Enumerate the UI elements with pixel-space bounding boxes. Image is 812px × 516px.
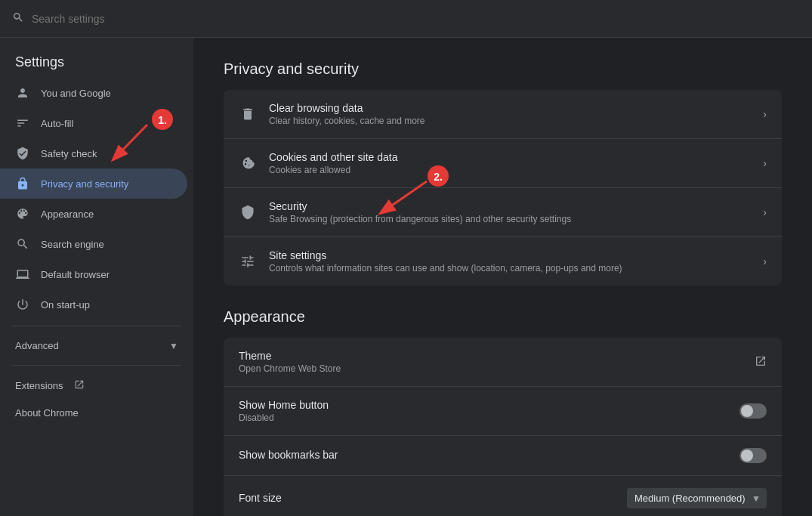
sidebar-item-you-and-google[interactable]: You and Google <box>0 78 187 108</box>
theme-content: Theme Open Chrome Web Store <box>239 350 743 374</box>
monitor-icon <box>15 267 30 282</box>
theme-subtitle: Open Chrome Web Store <box>239 363 743 374</box>
security-content: Security Safe Browsing (protection from … <box>269 200 751 224</box>
show-bookmarks-bar-title: Show bookmarks bar <box>239 449 727 461</box>
privacy-card-list: Clear browsing data Clear history, cooki… <box>224 90 782 286</box>
palette-icon <box>15 206 30 221</box>
main-content: Privacy and security Clear browsing data… <box>193 38 812 516</box>
sidebar-item-search-engine[interactable]: Search engine <box>0 229 187 259</box>
chevron-right-icon-3: › <box>763 206 767 218</box>
sidebar-item-auto-fill[interactable]: Auto-fill <box>0 108 187 138</box>
main-layout: Settings You and Google Auto-fill <box>0 38 812 516</box>
site-settings-title: Site settings <box>269 249 751 261</box>
chevron-right-icon-2: › <box>763 157 767 169</box>
sidebar-item-appearance[interactable]: Appearance <box>0 199 187 229</box>
person-icon <box>15 85 30 100</box>
cookies-title: Cookies and other site data <box>269 151 751 163</box>
sidebar-item-safety-check-label: Safety check <box>41 148 172 159</box>
header <box>0 0 812 38</box>
show-home-button-toggle[interactable] <box>739 403 767 419</box>
font-size-dropdown-wrap: Medium (Recommended) Small Large Very la… <box>627 488 767 508</box>
safety-check-icon <box>15 146 30 161</box>
site-settings-content: Site settings Controls what information … <box>269 249 751 273</box>
external-link-icon <box>74 379 85 392</box>
sidebar-divider <box>12 326 181 326</box>
sidebar-extensions[interactable]: Extensions <box>0 372 193 400</box>
security-item[interactable]: Security Safe Browsing (protection from … <box>224 188 782 237</box>
show-bookmarks-bar-item[interactable]: Show bookmarks bar <box>224 436 782 476</box>
sidebar-item-on-start-up[interactable]: On start-up <box>0 289 187 320</box>
search-input[interactable] <box>32 13 258 25</box>
security-title: Security <box>269 200 751 212</box>
trash-icon <box>239 105 257 123</box>
cookies-subtitle: Cookies are allowed <box>269 165 751 175</box>
security-shield-icon <box>239 203 257 221</box>
clear-browsing-data-subtitle: Clear history, cookies, cache and more <box>269 116 751 126</box>
cookie-icon <box>239 154 257 172</box>
sidebar-item-about-chrome[interactable]: About Chrome <box>0 400 187 426</box>
clear-browsing-data-content: Clear browsing data Clear history, cooki… <box>269 102 751 126</box>
sidebar-item-on-start-up-label: On start-up <box>41 299 172 311</box>
sidebar-item-appearance-label: Appearance <box>41 209 172 220</box>
sidebar: Settings You and Google Auto-fill <box>0 38 193 516</box>
sliders-icon <box>239 252 257 270</box>
site-settings-item[interactable]: Site settings Controls what information … <box>224 237 782 286</box>
theme-title: Theme <box>239 350 743 362</box>
sidebar-item-search-engine-label: Search engine <box>41 239 172 250</box>
sidebar-advanced-label: Advanced <box>15 340 159 351</box>
show-home-button-subtitle: Disabled <box>239 412 727 423</box>
show-home-button-item[interactable]: Show Home button Disabled <box>224 387 782 436</box>
show-home-button-content: Show Home button Disabled <box>239 399 727 423</box>
clear-browsing-data-item[interactable]: Clear browsing data Clear history, cooki… <box>224 90 782 139</box>
show-home-button-title: Show Home button <box>239 399 727 411</box>
cookies-item[interactable]: Cookies and other site data Cookies are … <box>224 139 782 188</box>
autofill-icon <box>15 116 30 131</box>
clear-browsing-data-title: Clear browsing data <box>269 102 751 114</box>
chevron-right-icon: › <box>763 108 767 120</box>
font-size-content: Font size <box>239 492 615 505</box>
sidebar-item-you-and-google-label: You and Google <box>41 88 172 99</box>
theme-item[interactable]: Theme Open Chrome Web Store <box>224 338 782 387</box>
show-bookmarks-bar-content: Show bookmarks bar <box>239 449 727 462</box>
font-size-item[interactable]: Font size Medium (Recommended) Small Lar… <box>224 476 782 516</box>
sidebar-advanced[interactable]: Advanced ▼ <box>0 332 193 359</box>
search-engine-icon <box>15 236 30 252</box>
font-size-title: Font size <box>239 492 615 504</box>
sidebar-item-default-browser-label: Default browser <box>41 269 172 280</box>
sidebar-item-default-browser[interactable]: Default browser <box>0 259 187 289</box>
open-external-icon <box>755 355 767 369</box>
chevron-down-icon: ▼ <box>169 341 178 351</box>
lock-icon <box>15 176 30 191</box>
appearance-card-list: Theme Open Chrome Web Store Show Home bu… <box>224 338 782 516</box>
sidebar-divider-2 <box>12 365 181 366</box>
sidebar-about-label: About Chrome <box>15 407 172 419</box>
sidebar-title: Settings <box>0 44 193 78</box>
font-size-dropdown[interactable]: Medium (Recommended) Small Large Very la… <box>627 488 767 508</box>
show-bookmarks-bar-toggle[interactable] <box>739 448 767 463</box>
appearance-section-title: Appearance <box>224 308 782 326</box>
search-icon <box>12 11 24 26</box>
sidebar-extensions-label: Extensions <box>15 380 63 391</box>
security-subtitle: Safe Browsing (protection from dangerous… <box>269 214 751 224</box>
sidebar-item-privacy-label: Privacy and security <box>41 178 172 190</box>
power-icon <box>15 297 30 312</box>
chevron-right-icon-4: › <box>763 255 767 267</box>
site-settings-subtitle: Controls what information sites can use … <box>269 263 751 273</box>
sidebar-item-auto-fill-label: Auto-fill <box>41 118 172 129</box>
cookies-content: Cookies and other site data Cookies are … <box>269 151 751 175</box>
sidebar-item-privacy-and-security[interactable]: Privacy and security <box>0 168 187 199</box>
privacy-section-title: Privacy and security <box>224 60 782 78</box>
sidebar-item-safety-check[interactable]: Safety check <box>0 138 187 168</box>
